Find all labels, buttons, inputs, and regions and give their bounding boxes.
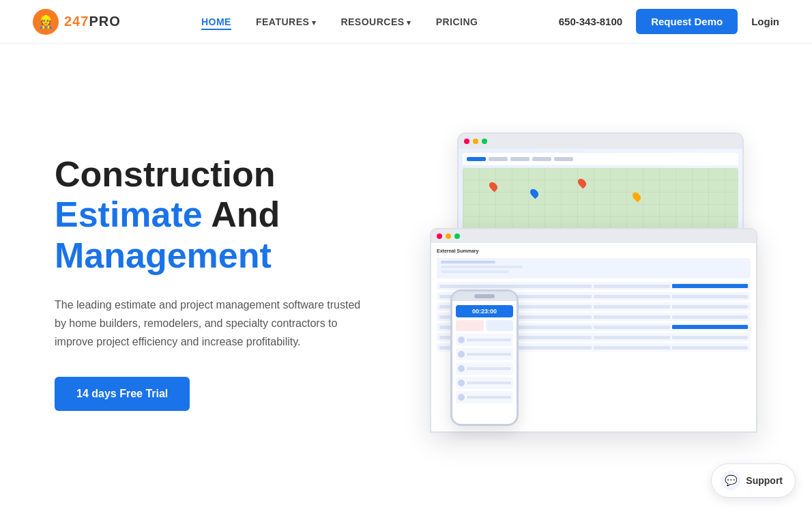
hero-title: Construction Estimate And Management	[55, 154, 409, 276]
map-pin-1	[488, 181, 499, 192]
support-label: Support	[746, 475, 783, 486]
trial-button[interactable]: 14 days Free Trial	[55, 377, 190, 411]
logo-text: 247PRO	[64, 14, 121, 29]
map-pin-4	[631, 191, 643, 203]
nav-link-pricing[interactable]: PRICING	[436, 16, 478, 27]
laptop-estimate-block	[437, 258, 751, 279]
map-pin-3	[577, 177, 588, 189]
phone-timer: 00:23:00	[456, 305, 513, 317]
phone-list-item	[456, 362, 513, 375]
laptop-cell	[672, 305, 749, 309]
snb-item-4	[532, 157, 551, 161]
laptop-cell	[672, 295, 749, 298]
nav-links: HOME FEATURES RESOURCES PRICING	[201, 16, 478, 28]
screen-nav-bar	[463, 153, 738, 165]
phone-avatar	[458, 380, 465, 386]
nav-phone: 650-343-8100	[559, 16, 622, 27]
nav-link-home[interactable]: HOME	[201, 16, 231, 30]
desktop-screen-bar	[459, 134, 742, 149]
phone-btn-row	[456, 320, 513, 331]
hero-section: Construction Estimate And Management The…	[0, 44, 812, 508]
hero-left: Construction Estimate And Management The…	[55, 154, 409, 412]
snb-item-2	[489, 157, 508, 161]
laptop-cell	[594, 315, 670, 319]
phone-avatar	[458, 337, 465, 343]
map-area	[463, 168, 738, 229]
laptop-cell	[594, 295, 670, 298]
phone-avatar	[458, 365, 465, 372]
phone-btn-blue	[486, 320, 514, 331]
dot-yellow-laptop	[446, 233, 451, 239]
phone-line	[467, 382, 511, 384]
phone-list-item	[456, 391, 513, 403]
laptop-cell	[594, 285, 670, 288]
navbar: 👷 247PRO HOME FEATURES RESOURCES PRICING…	[0, 0, 812, 44]
laptop-cell-blue	[672, 325, 749, 329]
laptop-screen-bar	[431, 229, 756, 243]
logo-icon: 👷	[33, 9, 59, 35]
nav-link-resources[interactable]: RESOURCES	[340, 16, 411, 27]
phone-notch	[452, 291, 517, 301]
dot-green	[482, 139, 487, 144]
phone-line	[467, 396, 511, 399]
phone-list-item	[456, 377, 513, 389]
laptop-cell-blue	[672, 284, 749, 288]
dot-yellow	[473, 139, 478, 144]
nav-right: 650-343-8100 Request Demo Login	[559, 9, 779, 34]
laptop-screen-title: External Summary	[437, 248, 751, 253]
laptop-cell	[594, 346, 670, 349]
snb-item-5	[554, 157, 573, 161]
dot-red-laptop	[437, 233, 442, 239]
phone-avatar	[458, 351, 465, 358]
phone-notch-bar	[474, 294, 495, 298]
svg-text:👷: 👷	[38, 14, 54, 29]
laptop-cell	[672, 315, 749, 319]
logo-link[interactable]: 👷 247PRO	[33, 9, 121, 35]
hero-description: The leading estimate and project managem…	[55, 296, 368, 352]
snb-item-1	[467, 157, 486, 161]
login-button[interactable]: Login	[751, 16, 779, 27]
laptop-cell	[594, 326, 670, 329]
phone-content: 00:23:00	[452, 301, 517, 424]
phone-line	[467, 353, 511, 356]
phone-list	[456, 334, 513, 420]
map-pin-2	[529, 188, 540, 199]
laptop-cell	[672, 346, 749, 349]
phone-btn-red	[456, 320, 484, 331]
laptop-cell	[672, 336, 749, 339]
phone-avatar	[458, 394, 465, 401]
laptop-cell	[594, 336, 670, 339]
laptop-cell	[439, 285, 592, 288]
hero-right: External Summary	[409, 132, 757, 433]
dot-green-laptop	[454, 233, 460, 239]
dot-red	[464, 139, 469, 144]
phone-list-item	[456, 334, 513, 346]
nav-link-features[interactable]: FEATURES	[256, 16, 316, 27]
phone-line	[467, 367, 511, 370]
support-icon: 💬	[721, 471, 740, 490]
snb-item-3	[510, 157, 530, 161]
phone-list-item	[456, 348, 513, 360]
phone-device: 00:23:00	[450, 289, 519, 426]
request-demo-button[interactable]: Request Demo	[636, 9, 738, 34]
phone-line	[467, 339, 511, 341]
laptop-cell	[594, 305, 670, 309]
support-button[interactable]: 💬 Support	[711, 463, 796, 498]
